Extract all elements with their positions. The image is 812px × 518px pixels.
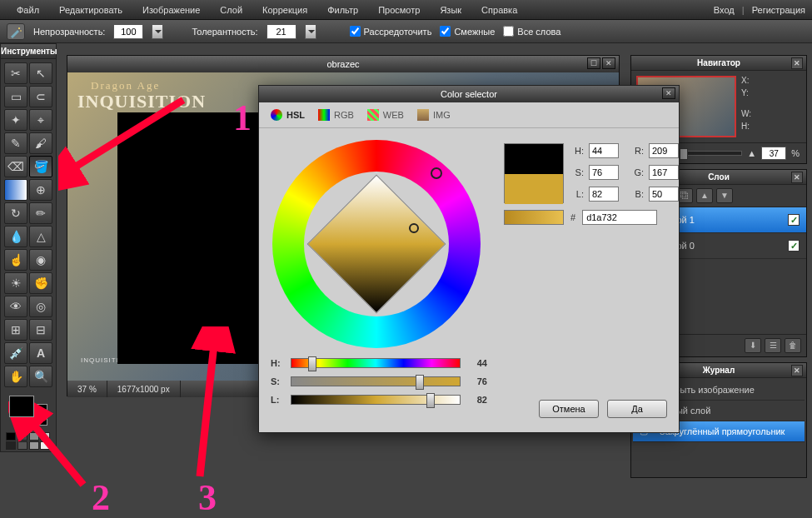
journal-close[interactable]: ✕ bbox=[791, 365, 803, 376]
redeye-tool[interactable]: 👁 bbox=[4, 296, 27, 317]
move-tool[interactable]: ↖ bbox=[29, 62, 52, 84]
menu-view[interactable]: Просмотр bbox=[368, 5, 430, 15]
smudge-tool[interactable]: ☝ bbox=[4, 249, 27, 271]
clone-tool[interactable]: ⊕ bbox=[29, 179, 52, 201]
brush-tool[interactable]: 🖌 bbox=[29, 132, 52, 154]
annotation-number-3: 3 bbox=[198, 476, 217, 518]
s-input[interactable] bbox=[589, 165, 619, 180]
l-input[interactable] bbox=[589, 187, 619, 202]
type-tool[interactable]: A bbox=[29, 342, 52, 364]
l-slider[interactable] bbox=[291, 395, 461, 405]
flatten-button[interactable]: ☰ bbox=[765, 338, 781, 353]
old-color[interactable] bbox=[505, 144, 563, 174]
up-layer-button[interactable]: ▲ bbox=[696, 188, 713, 203]
layer-visible-checkbox[interactable]: ✓ bbox=[788, 240, 800, 252]
brush-select-tool[interactable]: ⌖ bbox=[29, 109, 52, 131]
picker-tool[interactable]: 💉 bbox=[4, 342, 27, 364]
color-preview bbox=[504, 143, 564, 203]
draw-tool[interactable]: ✏ bbox=[29, 202, 52, 224]
login-link[interactable]: Вход bbox=[714, 5, 735, 15]
bucket-tool[interactable]: 🪣 bbox=[29, 156, 52, 177]
menu-file[interactable]: Файл bbox=[7, 5, 49, 15]
menu-layer[interactable]: Слой bbox=[210, 5, 252, 15]
sponge-tool[interactable]: ◉ bbox=[29, 249, 52, 271]
menu-edit[interactable]: Редактировать bbox=[49, 5, 132, 15]
b-input[interactable] bbox=[649, 187, 679, 202]
contiguous-checkbox[interactable] bbox=[440, 26, 451, 37]
zoom-tool[interactable]: 🔍 bbox=[29, 366, 52, 387]
layers-close[interactable]: ✕ bbox=[791, 172, 803, 183]
merge-layer-button[interactable]: ⬇ bbox=[745, 338, 761, 353]
menu-adjust[interactable]: Коррекция bbox=[252, 5, 317, 15]
document-titlebar[interactable]: obrazec ☐ ✕ bbox=[67, 56, 619, 72]
zoom-in-icon[interactable]: ▲ bbox=[747, 148, 756, 158]
tab-img[interactable]: IMG bbox=[417, 109, 451, 121]
cancel-button[interactable]: Отмена bbox=[539, 400, 599, 418]
tab-rgb[interactable]: RGB bbox=[318, 109, 354, 121]
dodge-tool[interactable]: ☀ bbox=[4, 272, 27, 294]
delete-layer-button[interactable]: 🗑 bbox=[785, 338, 801, 353]
mini-palette[interactable] bbox=[1, 431, 56, 451]
color-wheel[interactable] bbox=[272, 140, 481, 348]
menu-lang[interactable]: Язык bbox=[430, 5, 471, 15]
hex-swatch bbox=[504, 210, 564, 225]
opacity-input[interactable] bbox=[113, 24, 143, 39]
s-slider[interactable] bbox=[291, 376, 461, 386]
sharpen-tool[interactable]: △ bbox=[29, 226, 52, 247]
alllayers-checkbox[interactable] bbox=[503, 26, 514, 37]
navigator-close[interactable]: ✕ bbox=[791, 57, 803, 69]
eraser-tool[interactable]: ⌫ bbox=[4, 156, 27, 177]
close-button[interactable]: ✕ bbox=[602, 57, 615, 69]
pinch-tool[interactable]: ⊟ bbox=[29, 319, 52, 341]
blur-tool[interactable]: 💧 bbox=[4, 226, 27, 247]
register-link[interactable]: Регистрация bbox=[752, 5, 805, 15]
foreground-color[interactable] bbox=[9, 396, 34, 417]
ok-button[interactable]: Да bbox=[607, 400, 667, 418]
tolerance-input[interactable] bbox=[267, 24, 296, 39]
sl-marker[interactable] bbox=[409, 223, 419, 233]
tab-hsl[interactable]: HSL bbox=[271, 109, 305, 121]
color-swatch[interactable] bbox=[9, 396, 47, 426]
opacity-dropdown[interactable] bbox=[152, 24, 163, 39]
zoom-input[interactable] bbox=[761, 147, 786, 160]
menu-help[interactable]: Справка bbox=[471, 5, 527, 15]
h-slider[interactable] bbox=[291, 358, 461, 368]
color-selector-close[interactable]: ✕ bbox=[662, 87, 675, 99]
layer-visible-checkbox[interactable]: ✓ bbox=[788, 214, 800, 226]
tool-panel-title: Инструменты bbox=[1, 44, 56, 59]
new-color[interactable] bbox=[505, 174, 563, 204]
hue-marker[interactable] bbox=[431, 167, 442, 179]
antialias-checkbox[interactable] bbox=[350, 26, 361, 37]
h-input[interactable] bbox=[589, 143, 619, 158]
lasso-tool[interactable]: ⊂ bbox=[29, 86, 52, 107]
menu-filter[interactable]: Фильтр bbox=[317, 5, 368, 15]
pencil-tool[interactable]: ✎ bbox=[4, 132, 27, 154]
replace-tool[interactable]: ↻ bbox=[4, 202, 27, 224]
h-slider-value: 44 bbox=[467, 358, 487, 368]
crop-tool[interactable]: ✂ bbox=[4, 62, 27, 84]
wand-tool[interactable]: ✦ bbox=[4, 109, 27, 131]
layer-name: Слой 0 bbox=[665, 241, 781, 251]
layers-title: Слои bbox=[708, 172, 730, 182]
menu-image[interactable]: Изображение bbox=[132, 5, 210, 15]
hand-tool[interactable]: ✋ bbox=[4, 366, 27, 387]
spot-tool[interactable]: ◎ bbox=[29, 296, 52, 317]
bloat-tool[interactable]: ⊞ bbox=[4, 319, 27, 341]
g-input[interactable] bbox=[649, 165, 679, 180]
menubar: Файл Редактировать Изображение Слой Корр… bbox=[0, 0, 812, 20]
color-selector-titlebar[interactable]: Color selector ✕ bbox=[259, 86, 679, 102]
color-selector-dialog: Color selector ✕ HSL RGB WEB IMG H:44 S:… bbox=[258, 85, 680, 433]
burn-tool[interactable]: ✊ bbox=[29, 272, 52, 294]
tolerance-dropdown[interactable] bbox=[305, 24, 316, 39]
tab-web[interactable]: WEB bbox=[367, 109, 404, 121]
hex-input[interactable] bbox=[582, 210, 657, 225]
svg-point-1 bbox=[20, 30, 22, 32]
down-layer-button[interactable]: ▼ bbox=[716, 188, 733, 203]
r-input[interactable] bbox=[649, 143, 679, 158]
minimize-button[interactable]: ☐ bbox=[587, 57, 600, 69]
document-title: obrazec bbox=[326, 59, 359, 69]
opacity-label: Непрозрачность: bbox=[33, 27, 105, 37]
gradient-tool[interactable] bbox=[4, 179, 27, 201]
alllayers-label: Все слова bbox=[517, 27, 560, 37]
marquee-tool[interactable]: ▭ bbox=[4, 86, 27, 107]
